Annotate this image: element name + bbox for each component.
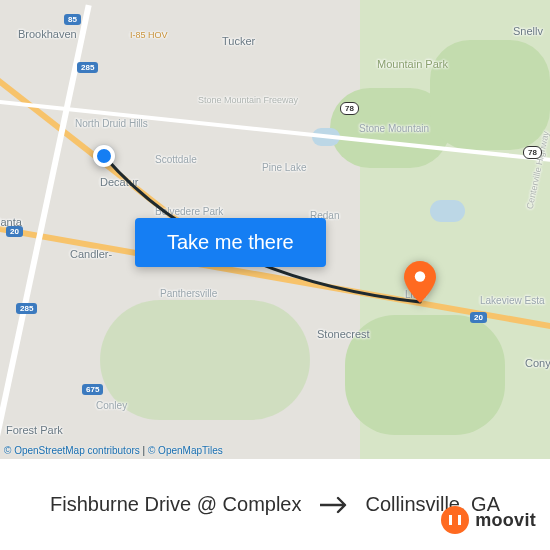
forest-4 — [100, 300, 310, 420]
origin-marker[interactable] — [93, 145, 115, 167]
destination-marker[interactable] — [404, 261, 436, 307]
pin-icon — [404, 261, 436, 303]
take-me-there-button[interactable]: Take me there — [135, 218, 326, 267]
lake-1 — [430, 200, 465, 222]
osm-link[interactable]: © OpenStreetMap contributors — [4, 445, 140, 456]
origin-label: Fishburne Drive @ Complex — [50, 493, 302, 516]
omt-link[interactable]: © OpenMapTiles — [148, 445, 223, 456]
map-attribution: © OpenStreetMap contributors | © OpenMap… — [4, 445, 223, 456]
brand-wordmark: moovit — [475, 510, 536, 531]
svg-point-0 — [415, 271, 425, 281]
forest-3 — [345, 315, 505, 435]
arrow-right-icon — [320, 496, 348, 514]
forest-2 — [430, 40, 550, 150]
route-summary-bar: Fishburne Drive @ Complex Collinsville, … — [0, 459, 550, 550]
map-canvas[interactable]: BrookhavenTuckerSnellvMountain ParkNorth… — [0, 0, 550, 459]
brand-logo[interactable]: moovit — [441, 506, 536, 534]
brand-mark-icon — [441, 506, 469, 534]
